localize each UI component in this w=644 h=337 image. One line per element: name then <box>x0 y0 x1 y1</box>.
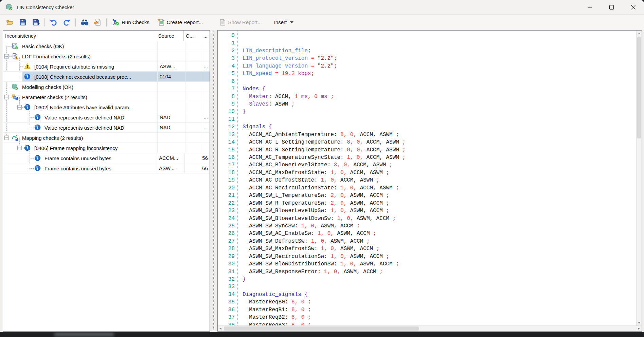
code-text: ASWM_SW_BlowDistributionSw: 1, 0, ASWM, … <box>238 260 399 268</box>
tree-connector <box>22 148 24 148</box>
save-icon <box>19 18 27 26</box>
tree-row[interactable]: iValue represents user defined NADNAD... <box>3 112 210 123</box>
maximize-button[interactable] <box>601 0 622 14</box>
code-text <box>238 32 243 39</box>
tree-row[interactable]: Basic checks (OK) <box>3 41 210 51</box>
code-line: 11 <box>218 116 636 123</box>
tree-row[interactable]: LDF Format checks (2 results) <box>3 51 210 61</box>
code-text: LIN_speed = 19.2 kbps; <box>238 70 314 77</box>
code-text: MasterReqB2: 8, 0 ; <box>238 314 311 321</box>
more-cell <box>203 133 210 143</box>
code-editor[interactable]: 012LIN_description_file;3LIN_protocol_ve… <box>218 31 636 325</box>
gutter-separator <box>237 31 238 325</box>
line-number: 11 <box>218 116 238 123</box>
insert-dropdown-button[interactable]: Insert <box>273 17 295 28</box>
find-button[interactable] <box>78 17 91 28</box>
code-line: 13 ACCM_AC_AmbientTemperature: 8, 0, ACC… <box>218 131 636 138</box>
tree-row[interactable]: i[0406] Frame mapping inconsistency <box>3 143 210 153</box>
tree-expander-collapse[interactable] <box>4 95 9 99</box>
tree-row[interactable]: i[0302] Node Attributes have invalid par… <box>3 102 210 112</box>
run-checks-label: Run Checks <box>122 19 149 25</box>
column-header-source[interactable]: Source <box>156 31 184 41</box>
tree-row[interactable]: Parameter checks (2 results) <box>3 92 210 102</box>
create-report-button[interactable]: Create Report... <box>156 17 204 28</box>
tree-expander-collapse[interactable] <box>4 54 9 58</box>
more-cell <box>203 143 210 153</box>
run-checks-button[interactable]: Run Checks <box>110 17 151 28</box>
tree-connector <box>9 138 12 138</box>
tree-expander-collapse[interactable] <box>17 146 22 150</box>
main-area: Inconsistency Source C... ... Basic chec… <box>0 30 644 332</box>
tree-item-label: [0302] Node Attributes have invalid para… <box>34 104 133 110</box>
minimize-button[interactable] <box>579 0 601 14</box>
code-line: 5LIN_speed = 19.2 kbps; <box>218 70 636 77</box>
save-all-button[interactable] <box>29 17 42 28</box>
info-icon: i <box>34 114 41 121</box>
line-number: 18 <box>218 169 238 176</box>
info-icon: i <box>24 145 31 151</box>
tree-item-label: Modelling checks (OK) <box>22 84 73 90</box>
panel-splitter[interactable] <box>210 30 217 332</box>
tree-row[interactable]: Mapping checks (2 results) <box>3 133 210 143</box>
show-report-button[interactable]: Show Report... <box>217 17 263 28</box>
tree-row[interactable]: iValue represents user defined NADNAD... <box>3 123 210 133</box>
line-number: 15 <box>218 146 238 154</box>
editor-vertical-scrollbar[interactable]: ▲ ▼ <box>636 31 642 325</box>
tree-item-cell: i[0108] Check not executed because prec.… <box>3 72 158 81</box>
code-line: 3LIN_protocol_version = "2.2"; <box>218 55 636 62</box>
tree-header: Inconsistency Source C... ... <box>3 31 210 41</box>
scroll-up-arrow-icon[interactable]: ▲ <box>637 31 642 36</box>
undo-button[interactable] <box>47 17 60 28</box>
column-header-count[interactable]: C... <box>184 31 201 41</box>
source-cell <box>158 102 185 112</box>
tree-row[interactable]: [0104] Required attribute is missingASW.… <box>3 61 210 72</box>
save-button[interactable] <box>16 17 29 28</box>
info-icon: i <box>34 155 41 162</box>
tree-item-cell: i[0406] Frame mapping inconsistency <box>3 143 158 153</box>
count-cell <box>185 51 203 61</box>
tree-item-cell: iValue represents user defined NAD <box>3 112 158 122</box>
window-title: LIN Consistency Checker <box>17 4 74 10</box>
editor-horizontal-scrollbar[interactable]: ◄ ► <box>218 325 642 331</box>
tree-row[interactable]: iFrame contains unused bytesACCM...56 <box>3 153 210 163</box>
tree-item-label: LDF Format checks (2 results) <box>22 53 91 59</box>
source-cell: ACCM... <box>157 153 185 163</box>
code-line: 6 <box>218 78 636 85</box>
goto-source-button[interactable] <box>91 17 104 28</box>
toolbar-separator <box>44 18 45 26</box>
column-header-more[interactable]: ... <box>201 31 210 41</box>
open-button[interactable] <box>3 17 16 28</box>
close-button[interactable] <box>622 0 644 14</box>
code-line: 26 ASWM_SW_AC_EnableSw: 1, 0, ASWM, ACCM… <box>218 230 636 237</box>
undo-icon <box>50 18 58 26</box>
horizontal-scroll-thumb[interactable] <box>224 326 419 331</box>
source-cell <box>158 82 185 92</box>
code-line: 2LIN_description_file; <box>218 47 636 55</box>
column-header-inconsistency[interactable]: Inconsistency <box>3 31 156 41</box>
code-text: ASWM_SW_RecirculationSw: 1, 0, ASWM, ACC… <box>238 253 389 260</box>
scroll-left-arrow-icon[interactable]: ◄ <box>218 326 223 331</box>
tree-row[interactable]: Modelling checks (OK) <box>3 82 210 92</box>
source-cell: 0104 <box>158 72 185 81</box>
more-cell: ... <box>203 123 210 132</box>
window-controls <box>579 0 644 14</box>
create-report-icon <box>157 18 165 26</box>
tree-connector <box>6 46 12 46</box>
tree-expander-collapse[interactable] <box>17 105 22 109</box>
code-text: Signals { <box>238 123 272 131</box>
tree-row[interactable]: iFrame contains unused bytesASW...66 <box>3 163 210 173</box>
scroll-right-arrow-icon[interactable]: ► <box>636 326 642 331</box>
info-icon: i <box>24 104 31 111</box>
scroll-down-arrow-icon[interactable]: ▼ <box>637 320 642 325</box>
line-number: 24 <box>218 215 238 222</box>
redo-button[interactable] <box>60 17 73 28</box>
desktop-background <box>0 332 644 337</box>
code-text: MasterReqB0: 8, 0 ; <box>238 298 311 306</box>
tree-connector <box>30 158 34 158</box>
tree-row[interactable]: i[0108] Check not executed because prec.… <box>3 72 210 82</box>
vertical-scroll-thumb[interactable] <box>637 37 641 138</box>
line-number: 31 <box>218 268 238 276</box>
line-number: 30 <box>218 260 238 268</box>
tree-connector <box>30 168 34 169</box>
tree-expander-collapse[interactable] <box>4 135 9 140</box>
